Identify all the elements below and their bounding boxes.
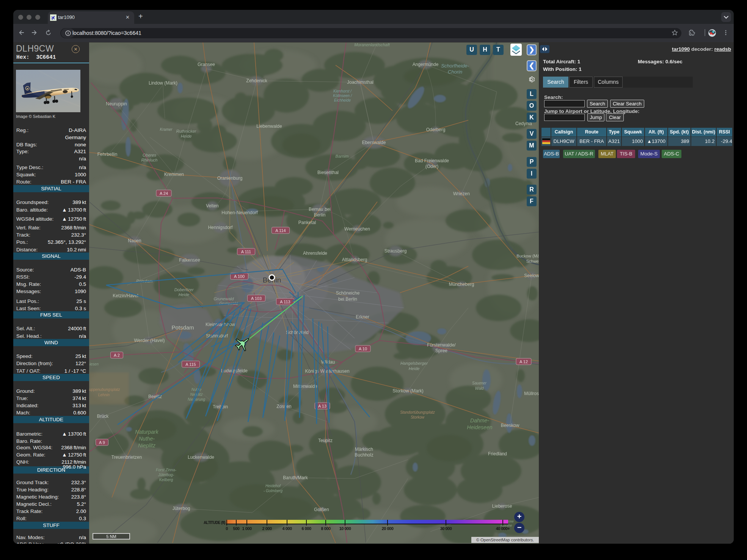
svg-text:Wald: Wald	[475, 386, 484, 391]
svg-text:A 111: A 111	[241, 249, 251, 254]
svg-text:Teupitz: Teupitz	[318, 438, 333, 443]
svg-text:Biesenthal: Biesenthal	[317, 170, 339, 175]
svg-text:iesen: iesen	[89, 362, 99, 366]
svg-text:A 24: A 24	[160, 191, 168, 196]
svg-text:Schorfheide-: Schorfheide-	[441, 63, 469, 69]
svg-text:Oranienburg: Oranienburg	[217, 176, 243, 181]
svg-text:Luckenwalde: Luckenwalde	[188, 455, 214, 460]
svg-text:Storkow: Storkow	[411, 415, 425, 419]
svg-text:Standortübungsplatz: Standortübungsplatz	[400, 410, 435, 414]
svg-text:Erkner: Erkner	[356, 314, 369, 320]
svg-text:(Oder): (Oder)	[425, 164, 439, 169]
svg-text:Märkisch: Märkisch	[355, 447, 373, 452]
svg-text:A 113: A 113	[280, 300, 290, 304]
svg-text:Mittenwalde: Mittenwalde	[293, 384, 317, 389]
svg-text:Fürstenwalde/: Fürstenwalde/	[427, 342, 456, 348]
svg-text:Kremmen: Kremmen	[164, 172, 184, 177]
svg-text:Beeskow: Beeskow	[501, 423, 519, 428]
svg-text:Fehrbellin: Fehrbellin	[97, 152, 118, 157]
svg-text:A 2: A 2	[114, 353, 120, 358]
svg-text:Strausberg: Strausberg	[384, 248, 407, 254]
svg-text:Schöneiche: Schöneiche	[336, 290, 360, 296]
svg-text:Liebenwalde: Liebenwalde	[256, 124, 282, 129]
svg-text:Königs Wusterhausen: Königs Wusterhausen	[305, 369, 349, 374]
svg-text:Grunewald: Grunewald	[213, 296, 234, 301]
svg-text:A 114: A 114	[275, 228, 286, 233]
svg-text:Werder (Havel): Werder (Havel)	[134, 338, 165, 343]
svg-text:Treuenbrietzen: Treuenbrietzen	[111, 455, 142, 460]
svg-text:Falkensee: Falkensee	[179, 257, 200, 263]
svg-text:Moranenlandschaft: Moranenlandschaft	[354, 42, 390, 47]
svg-text:Bernau bei: Bernau bei	[309, 207, 331, 212]
svg-text:Heidehof: Heidehof	[265, 484, 281, 488]
svg-text:Seelow: Seelow	[524, 273, 539, 278]
svg-text:Naturpark: Naturpark	[135, 429, 159, 435]
svg-text:Velten: Velten	[206, 203, 218, 209]
svg-text:Jüterbog-: Jüterbog-	[158, 473, 174, 477]
svg-text:Altlandsberg: Altlandsberg	[342, 257, 367, 262]
svg-text:Friedland: Friedland	[488, 451, 507, 456]
svg-text:Ruthnicker: Ruthnicker	[176, 129, 197, 133]
svg-text:A 103: A 103	[251, 296, 262, 301]
svg-text:Niederung: Niederung	[188, 397, 206, 402]
svg-text:Ludwigsfelde: Ludwigsfelde	[221, 368, 248, 373]
svg-text:Buckow (Märkische: Buckow (Märkische	[516, 254, 539, 258]
svg-text:Nieplitz: Nieplitz	[138, 442, 155, 449]
svg-text:Chorin: Chorin	[448, 69, 462, 75]
svg-text:Eberswalde: Eberswalde	[362, 140, 386, 145]
svg-text:Oderberg: Oderberg	[426, 127, 446, 132]
svg-text:Zehdenick: Zehdenick	[246, 78, 267, 83]
svg-text:Berlin: Berlin	[314, 212, 326, 218]
svg-text:Rhinluch: Rhinluch	[141, 158, 158, 162]
svg-text:Köllnseen /: Köllnseen /	[333, 94, 352, 98]
svg-text:Ahrensfelde: Ahrensfelde	[303, 251, 327, 256]
svg-text:Eichheide: Eichheide	[334, 98, 351, 102]
svg-text:Dahme-: Dahme-	[470, 417, 489, 424]
svg-text:A 115: A 115	[185, 362, 196, 367]
svg-text:Joachimsthal: Joachimsthal	[347, 80, 374, 85]
svg-text:- Golmberg: - Golmberg	[264, 489, 282, 493]
svg-text:Keilberg: Keilberg	[159, 478, 173, 482]
svg-text:Bad Freienwalde: Bad Freienwalde	[415, 158, 449, 163]
svg-text:A 12: A 12	[519, 359, 528, 364]
svg-text:Angermünde: Angermünde	[413, 62, 439, 67]
svg-text:Nuthe-: Nuthe-	[139, 436, 155, 442]
svg-text:Spree: Spree	[435, 348, 447, 353]
svg-text:Hohen-Neuendorf: Hohen-Neuendorf	[221, 210, 258, 215]
svg-text:Werneuchen: Werneuchen	[344, 226, 370, 232]
svg-text:bei Berlin: bei Berlin	[338, 296, 357, 302]
svg-text:A 9: A 9	[99, 440, 105, 445]
svg-text:Hennigsdorf: Hennigsdorf	[208, 225, 233, 230]
svg-text:Potsdam: Potsdam	[171, 324, 194, 331]
svg-text:Baruth/Mark: Baruth/Mark	[283, 475, 308, 480]
svg-text:Panketal: Panketal	[298, 220, 316, 225]
svg-text:Buchholz: Buchholz	[355, 452, 373, 458]
svg-text:Heide: Heide	[181, 134, 192, 138]
svg-text:Sauener: Sauener	[472, 381, 486, 385]
svg-text:A 10: A 10	[359, 347, 367, 351]
svg-text:A 13: A 13	[318, 404, 326, 408]
svg-text:Wriezen: Wriezen	[453, 191, 470, 196]
svg-text:Lindow (Mark): Lindow (Mark)	[149, 80, 177, 86]
svg-text:Schönefeld: Schönefeld	[286, 330, 309, 335]
svg-text:Heideseen: Heideseen	[467, 424, 493, 430]
svg-text:Hangelsberger: Hangelsberger	[400, 361, 428, 365]
svg-text:Trebbin: Trebbin	[213, 404, 228, 409]
svg-text:Lieberose: Lieberose	[492, 504, 512, 509]
svg-text:Schweiz): Schweiz)	[526, 259, 539, 264]
svg-text:Kleinmachnow: Kleinmachnow	[206, 322, 235, 327]
svg-text:Gransee: Gransee	[198, 62, 215, 67]
svg-text:Müllrose: Müllrose	[524, 391, 539, 396]
svg-text:Neuruppin: Neuruppin	[106, 101, 127, 107]
svg-text:Storkow (Mark): Storkow (Mark)	[392, 388, 423, 394]
svg-text:Ketzin/Havel: Ketzin/Havel	[113, 293, 138, 298]
svg-text:A 100: A 100	[234, 274, 245, 279]
svg-text:Heide: Heide	[179, 292, 190, 297]
svg-text:Kienhorst /: Kienhorst /	[333, 89, 352, 93]
svg-text:Doberitzer: Doberitzer	[174, 287, 194, 292]
svg-text:Barnim: Barnim	[336, 154, 349, 158]
svg-text:Heide: Heide	[409, 366, 420, 371]
svg-text:Brück: Brück	[97, 414, 109, 419]
svg-text:Oberes: Oberes	[143, 153, 157, 157]
svg-text:Nauen: Nauen	[128, 238, 141, 243]
